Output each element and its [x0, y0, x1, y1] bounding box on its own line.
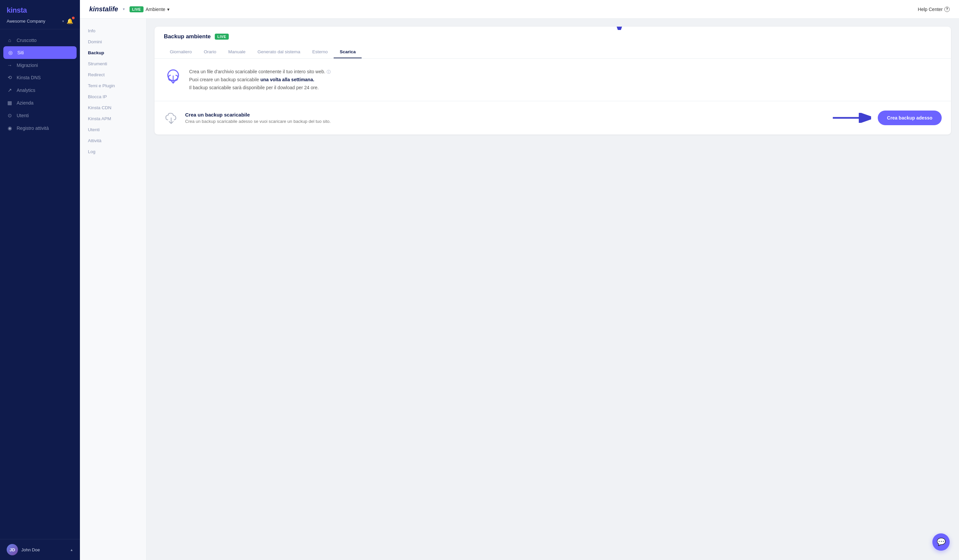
chat-button[interactable]: 💬: [932, 533, 950, 550]
nav-label-registro: Registro attività: [17, 126, 49, 131]
content-area: Info Domini Backup Strumenti Redirect Te…: [80, 19, 959, 560]
bell-icon[interactable]: 🔔: [67, 18, 73, 24]
sidebar-item-siti[interactable]: ◎ Siti: [3, 46, 76, 59]
avatar: JD: [7, 544, 18, 555]
info-circle-icon: ⓘ: [327, 70, 331, 74]
create-description: Crea un backup scaricabile adesso se vuo…: [185, 119, 824, 124]
home-icon: ⌂: [7, 37, 13, 43]
site-dropdown-icon[interactable]: ▾: [123, 7, 125, 11]
nav-label-siti: Siti: [18, 50, 24, 55]
create-text: Crea un backup scaricabile Crea un backu…: [185, 112, 824, 124]
card-title: Backup ambiente: [164, 33, 211, 40]
sites-icon: ◎: [7, 49, 13, 56]
sub-nav-info[interactable]: Info: [80, 25, 146, 36]
sub-nav-utenti[interactable]: Utenti: [80, 124, 146, 135]
sub-nav-domini[interactable]: Domini: [80, 36, 146, 47]
sidebar-item-registro[interactable]: ◉ Registro attività: [0, 122, 80, 135]
card-live-badge: LIVE: [215, 33, 229, 40]
kinsta-logo: kinsta: [7, 6, 73, 15]
info-line-1: Crea un file d'archivio scaricabile cont…: [189, 69, 325, 74]
backup-tabs: Giornaliero Orario Manuale Generato dal …: [164, 46, 941, 58]
sidebar: kinsta Awesome Company ▾ 🔔 ⌂ Cruscotto ◎…: [0, 0, 80, 560]
sidebar-header: kinsta Awesome Company ▾ 🔔: [0, 0, 80, 29]
sidebar-footer[interactable]: JD John Doe ▲: [0, 539, 80, 560]
activity-icon: ◉: [7, 125, 13, 131]
sub-nav-temi-plugin[interactable]: Temi e Plugin: [80, 80, 146, 91]
sidebar-item-kinsta-dns[interactable]: ⟲ Kinsta DNS: [0, 71, 80, 84]
avatar-initials: JD: [10, 547, 15, 552]
company-name: Awesome Company: [7, 19, 60, 24]
nav-label-cruscotto: Cruscotto: [17, 38, 37, 43]
user-name: John Doe: [21, 547, 67, 552]
page-content: Backup ambiente LIVE Giornaliero Orario …: [147, 19, 959, 560]
users-icon: ⊙: [7, 113, 13, 119]
card-header: Backup ambiente LIVE Giornaliero Orario …: [155, 27, 951, 59]
site-title: kinstalife: [89, 5, 118, 13]
sub-sidebar: Info Domini Backup Strumenti Redirect Te…: [80, 19, 147, 560]
card-title-row: Backup ambiente LIVE: [164, 33, 941, 40]
tab-esterno[interactable]: Esterno: [306, 46, 334, 58]
arrow-right-icon: [831, 113, 871, 123]
company-row[interactable]: Awesome Company ▾ 🔔: [7, 18, 73, 24]
backup-download-icon: [164, 68, 183, 87]
ambiente-chevron-icon: ▾: [167, 7, 169, 12]
company-chevron-icon: ▾: [62, 19, 64, 23]
user-chevron-icon: ▲: [70, 548, 73, 552]
info-text: Crea un file d'archivio scaricabile cont…: [189, 68, 331, 92]
info-bold: una volta alla settimana.: [260, 77, 314, 82]
tab-scarica[interactable]: Scarica: [334, 46, 362, 58]
sub-nav-kinsta-apm[interactable]: Kinsta APM: [80, 113, 146, 124]
tab-giornaliero[interactable]: Giornaliero: [164, 46, 198, 58]
notification-badge: [72, 17, 75, 19]
help-circle-icon: ?: [945, 7, 950, 12]
migrations-icon: →: [7, 62, 13, 68]
nav-label-utenti: Utenti: [17, 113, 29, 118]
sidebar-item-azienda[interactable]: ▦ Azienda: [0, 97, 80, 109]
sub-nav-redirect[interactable]: Redirect: [80, 69, 146, 80]
sub-nav-attivita[interactable]: Attività: [80, 135, 146, 146]
tab-generato[interactable]: Generato dal sistema: [252, 46, 306, 58]
nav-label-azienda: Azienda: [17, 100, 33, 105]
env-badge: LIVE: [129, 6, 143, 12]
topbar-right: Help Center ?: [918, 7, 950, 12]
create-backup-button[interactable]: Crea backup adesso: [878, 111, 941, 125]
sub-nav-blocca-ip[interactable]: Blocca IP: [80, 91, 146, 102]
create-title: Crea un backup scaricabile: [185, 112, 824, 118]
sub-nav-backup[interactable]: Backup: [80, 47, 146, 58]
sub-nav-log[interactable]: Log: [80, 146, 146, 157]
help-center-label: Help Center: [918, 7, 943, 12]
topbar: kinstalife ▾ LIVE Ambiente ▾ Help Center…: [80, 0, 959, 19]
tab-orario[interactable]: Orario: [198, 46, 222, 58]
tab-manuale[interactable]: Manuale: [222, 46, 252, 58]
sub-nav-kinsta-cdn[interactable]: Kinsta CDN: [80, 102, 146, 113]
bell-wrapper[interactable]: 🔔: [67, 18, 73, 24]
logo-text: kinsta: [7, 6, 27, 14]
nav-label-analytics: Analytics: [17, 88, 35, 93]
nav-label-dns: Kinsta DNS: [17, 75, 41, 80]
sub-nav-strumenti[interactable]: Strumenti: [80, 58, 146, 69]
nav-label-migrazioni: Migrazioni: [17, 63, 38, 68]
main-wrapper: kinstalife ▾ LIVE Ambiente ▾ Help Center…: [80, 0, 959, 560]
ambiente-label: Ambiente: [145, 7, 165, 12]
sidebar-nav: ⌂ Cruscotto ◎ Siti → Migrazioni ⟲ Kinsta…: [0, 29, 80, 539]
info-line-2: Puoi creare un backup scaricabile: [189, 77, 260, 82]
info-section: Crea un file d'archivio scaricabile cont…: [155, 59, 951, 101]
sidebar-item-analytics[interactable]: ↗ Analytics: [0, 84, 80, 97]
create-section: Crea un backup scaricabile Crea un backu…: [155, 101, 951, 135]
company-icon: ▦: [7, 100, 13, 106]
analytics-icon: ↗: [7, 87, 13, 93]
chat-icon: 💬: [937, 538, 946, 546]
help-center-link[interactable]: Help Center ?: [918, 7, 950, 12]
backup-card: Backup ambiente LIVE Giornaliero Orario …: [155, 27, 951, 135]
cloud-upload-icon: [164, 111, 178, 125]
dns-icon: ⟲: [7, 75, 13, 81]
sidebar-item-migrazioni[interactable]: → Migrazioni: [0, 59, 80, 71]
info-line-3: Il backup scaricabile sarà disponibile p…: [189, 85, 319, 90]
sidebar-item-cruscotto[interactable]: ⌂ Cruscotto: [0, 34, 80, 46]
sidebar-item-utenti[interactable]: ⊙ Utenti: [0, 109, 80, 122]
environment-selector[interactable]: LIVE Ambiente ▾: [129, 6, 170, 12]
